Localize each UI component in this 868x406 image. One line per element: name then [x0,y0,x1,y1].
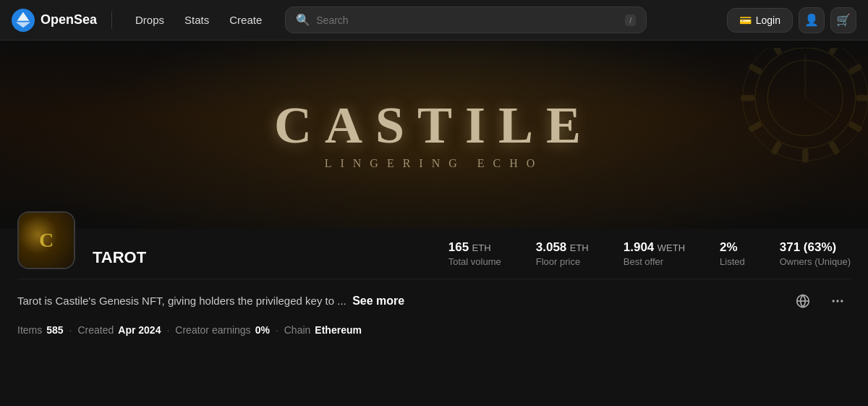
stat-total-volume-label: Total volume [448,256,501,267]
svg-rect-12 [749,122,762,132]
meta-dot-2: · [166,324,169,336]
avatar-letter: C [39,229,54,252]
created-label: Created [77,324,114,336]
svg-line-17 [805,98,833,117]
banner-title-block: CASTILE LINGERING ECHO [274,99,594,170]
meta-dot-1: · [69,324,72,336]
nav-divider [111,12,112,29]
search-kbd: / [625,14,636,26]
stat-listed-value: 2% [720,240,745,255]
stat-floor-price: 3.058 ETH Floor price [536,240,589,267]
wallet-icon: 💳 [739,14,752,26]
description-row: Tarot is Castile's Genesis NFT, giving h… [17,279,851,318]
ellipsis-icon [830,294,845,308]
meta-row: Items 585 · Created Apr 2024 · Creator e… [17,318,851,347]
gear-icon [680,48,868,229]
cart-icon-button[interactable]: 🛒 [830,7,856,33]
see-more-button[interactable]: See more [352,295,404,307]
collection-banner: CASTILE LINGERING ECHO [0,41,868,229]
svg-rect-10 [803,149,808,161]
items-label: Items [17,324,42,336]
collection-section: C TAROT 165 ETH Total volume 3.058 ETH F… [0,229,868,347]
description-text: Tarot is Castile's Genesis NFT, giving h… [17,295,346,307]
stat-floor-price-label: Floor price [536,256,589,267]
cart-icon: 🛒 [836,13,851,27]
stat-floor-price-value: 3.058 ETH [536,240,589,255]
created-value: Apr 2024 [118,324,161,336]
nav-link-drops[interactable]: Drops [127,9,173,30]
meta-dot-3: · [276,324,278,336]
nav-link-stats[interactable]: Stats [176,9,218,30]
items-value: 585 [46,324,63,336]
profile-icon: 👤 [804,13,819,27]
search-bar: 🔍 / [285,7,647,33]
svg-rect-9 [829,141,840,154]
globe-icon [796,294,810,308]
profile-icon-button[interactable]: 👤 [799,7,825,33]
stat-total-volume: 165 ETH Total volume [448,240,501,267]
svg-rect-6 [848,64,861,75]
stat-best-offer-label: Best offer [624,256,685,267]
stat-best-offer: 1.904 WETH Best offer [624,240,685,267]
stat-listed: 2% Listed [720,240,745,267]
stat-owners: 371 (63%) Owners (Unique) [780,240,851,267]
collection-name: TAROT [93,248,146,270]
collection-header: C TAROT 165 ETH Total volume 3.058 ETH F… [17,229,851,279]
earnings-value: 0% [255,324,270,336]
opensea-logo-icon [12,9,35,32]
banner-title-sub: LINGERING ECHO [274,157,594,170]
svg-rect-13 [741,96,754,101]
avatar-inner: C [19,213,74,268]
svg-point-22 [841,300,843,302]
svg-rect-15 [771,48,782,55]
login-button[interactable]: 💳 Login [727,8,793,33]
nav-links: Drops Stats Create [127,9,271,30]
collection-avatar: C [17,211,75,269]
stat-owners-label: Owners (Unique) [780,256,851,267]
nav-actions: 💳 Login 👤 🛒 [727,7,856,33]
svg-rect-11 [771,141,782,154]
login-label: Login [756,14,780,26]
opensea-logo-text: OpenSea [41,12,97,28]
collection-stats: 165 ETH Total volume 3.058 ETH Floor pri… [448,240,851,270]
banner-title-main: CASTILE [274,99,594,151]
chain-value[interactable]: Ethereum [315,324,362,336]
svg-point-20 [833,300,835,302]
globe-icon-button[interactable] [790,288,816,314]
chain-label: Chain [284,324,311,336]
opensea-logo[interactable]: OpenSea [12,9,97,32]
nav-link-create[interactable]: Create [221,9,271,30]
svg-rect-8 [848,122,861,132]
more-options-button[interactable] [825,288,851,314]
svg-rect-5 [829,48,840,55]
search-input[interactable] [316,14,619,26]
svg-rect-7 [856,96,868,101]
stat-owners-value: 371 (63%) [780,240,851,255]
earnings-label: Creator earnings [175,324,250,336]
stat-total-volume-value: 165 ETH [448,240,501,255]
stat-listed-label: Listed [720,256,745,267]
description-block: Tarot is Castile's Genesis NFT, giving h… [17,295,404,308]
description-actions [790,288,851,314]
svg-point-21 [836,300,838,302]
svg-rect-14 [749,64,762,75]
stat-best-offer-value: 1.904 WETH [624,240,685,255]
search-icon: 🔍 [296,13,310,27]
navbar: OpenSea Drops Stats Create 🔍 / 💳 Login 👤… [0,0,868,41]
